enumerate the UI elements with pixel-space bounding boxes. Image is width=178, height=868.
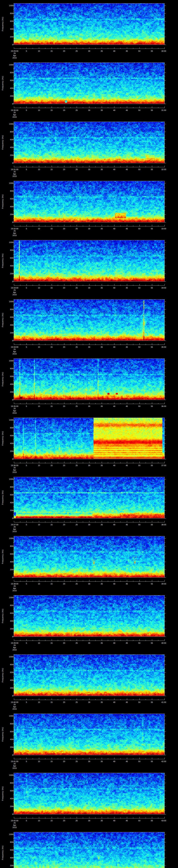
y-tick-label: 400 <box>5 501 13 504</box>
x-major-tick <box>14 402 14 404</box>
y-major-tick <box>165 732 166 732</box>
x-start-time-label: 19:36:00 <box>11 464 19 466</box>
x-tick-label: 30 <box>88 168 90 170</box>
y-tick-label: 1000 <box>5 64 13 66</box>
spectrogram-panel-19-35-00: Frequency (Hz)1000800600400200019:35:005… <box>0 355 178 414</box>
x-tick-label: 30 <box>88 346 90 348</box>
y-tick-label: 800 <box>5 190 13 192</box>
y-tick-label: 200 <box>5 805 13 807</box>
y-minor-tick <box>165 846 165 846</box>
x-minor-tick <box>120 522 121 522</box>
y-tick-label: 600 <box>5 790 13 792</box>
y-axis-title: Frequency (Hz) <box>2 431 4 446</box>
y-tick-label: 0 <box>5 695 13 697</box>
y-major-tick <box>165 140 166 140</box>
y-major-tick <box>165 562 166 562</box>
x-minor-tick <box>95 225 96 226</box>
y-minor-tick <box>165 684 165 684</box>
y-axis-title: Frequency (Hz) <box>2 786 4 801</box>
y-minor-tick <box>165 439 165 440</box>
y-tick-label: 200 <box>5 332 13 334</box>
y-minor-tick <box>165 329 165 329</box>
x-tick-label: 20 <box>63 405 65 407</box>
x-major-tick <box>64 580 64 581</box>
y-minor-tick <box>165 432 165 432</box>
x-tick-label: 35 <box>101 819 103 822</box>
time-axis <box>14 759 165 759</box>
y-major-tick <box>165 325 166 325</box>
time-axis <box>14 49 165 49</box>
x-tick-label: 40 <box>113 701 115 703</box>
x-tick-label: 25 <box>76 346 78 348</box>
date-day-label: 25 <box>13 763 16 765</box>
spectrogram-panel-19-31-00: Frequency (Hz)1000800600400200019:31:005… <box>0 118 178 178</box>
y-minor-tick <box>165 337 165 337</box>
y-minor-tick <box>165 69 165 69</box>
x-minor-tick <box>45 581 46 581</box>
x-major-tick <box>52 521 52 522</box>
x-minor-tick <box>158 344 158 345</box>
x-tick-label: 25 <box>76 524 78 526</box>
x-minor-tick <box>158 817 158 818</box>
date-year-label: 2015 <box>12 293 17 296</box>
x-tick-label: 5 <box>26 168 27 170</box>
date-day-label: 25 <box>13 289 16 291</box>
x-major-tick <box>52 639 52 641</box>
x-tick-label: 45 <box>126 642 128 644</box>
x-tick-label: 25 <box>76 168 78 170</box>
x-tick-label: 20 <box>63 761 65 763</box>
x-tick-label: 40 <box>113 524 115 526</box>
x-tick-label: 20 <box>63 464 65 466</box>
x-minor-tick <box>158 640 158 641</box>
spectrogram-plot <box>14 181 165 222</box>
x-minor-tick <box>45 522 46 522</box>
y-major-tick <box>165 672 166 673</box>
y-major-tick <box>165 5 166 6</box>
x-tick-label: 15 <box>51 583 53 585</box>
x-tick-label: 40 <box>113 287 115 289</box>
x-major-tick <box>77 639 77 641</box>
x-tick-label: 40 <box>113 761 115 763</box>
x-major-tick <box>64 47 64 49</box>
x-minor-tick <box>158 285 158 285</box>
y-minor-tick <box>165 321 165 321</box>
x-major-tick <box>77 106 77 108</box>
x-tick-label: 25 <box>76 405 78 407</box>
y-axis-title: Frequency (Hz) <box>2 76 4 90</box>
x-tick-label: 20 <box>63 583 65 585</box>
x-tick-label: 15 <box>51 819 53 822</box>
x-minor-tick <box>120 462 121 463</box>
x-tick-label: 55 <box>151 642 153 644</box>
x-tick-label: 55 <box>151 701 153 703</box>
y-major-tick <box>165 850 166 850</box>
x-major-tick <box>26 166 27 167</box>
date-month-label: Apr <box>13 528 16 530</box>
x-minor-tick <box>95 285 96 285</box>
x-minor-tick <box>120 166 121 167</box>
time-axis <box>14 404 165 404</box>
x-tick-label: 10 <box>38 583 40 585</box>
y-major-tick <box>165 242 166 243</box>
date-day-label: 25 <box>13 644 16 646</box>
x-minor-tick <box>146 225 146 226</box>
x-tick-label: 10 <box>38 701 40 703</box>
x-major-tick <box>64 166 64 167</box>
date-day-label: 25 <box>13 526 16 528</box>
y-tick-label: 600 <box>5 553 13 555</box>
x-end-time-label: 38:00 <box>161 524 166 526</box>
x-minor-tick <box>146 285 146 285</box>
x-tick-label: 15 <box>51 287 53 289</box>
x-tick-label: 50 <box>138 819 141 822</box>
y-minor-tick <box>165 751 165 751</box>
x-tick-label: 55 <box>151 524 153 526</box>
x-tick-label: 55 <box>151 168 153 170</box>
x-tick-label: 35 <box>101 50 103 52</box>
date-month-label: Apr <box>13 824 16 826</box>
x-tick-label: 5 <box>26 761 27 763</box>
date-year-label: 2015 <box>12 471 17 473</box>
time-axis <box>14 226 165 226</box>
x-minor-tick <box>158 48 158 49</box>
y-tick-label: 800 <box>5 12 13 14</box>
x-tick-label: 20 <box>63 701 65 703</box>
spectrogram-panel-19-41-00: Frequency (Hz)1000800600400200019:41:005… <box>0 710 178 770</box>
